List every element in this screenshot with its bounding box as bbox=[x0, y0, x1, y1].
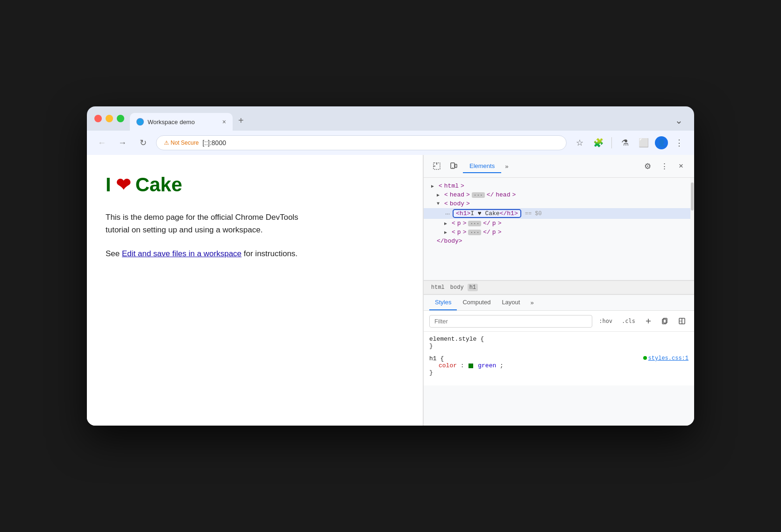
tab-title: Workspace demo bbox=[148, 119, 219, 126]
browser-window: 🌐 Workspace demo × + ⌄ ← → ↻ ⚠ Not Secur… bbox=[87, 106, 694, 426]
maximize-window-button[interactable] bbox=[117, 115, 124, 122]
page-paragraph-1: This is the demo page for the official C… bbox=[106, 211, 311, 236]
tree-body-node[interactable]: ▼ <body> bbox=[424, 199, 694, 208]
inspect-element-button[interactable] bbox=[429, 159, 444, 174]
tree-p2-node[interactable]: ▶ <p> ··· </p> bbox=[424, 228, 694, 237]
cls-button[interactable]: .cls bbox=[619, 316, 638, 326]
color-swatch[interactable] bbox=[469, 364, 473, 368]
main-area: I ❤ Cake This is the demo page for the o… bbox=[87, 155, 694, 426]
address-text: [::]:8000 bbox=[202, 139, 226, 147]
styles-css-link[interactable]: styles.css:1 bbox=[643, 355, 689, 362]
toggle-icon[interactable]: ▶ bbox=[444, 230, 450, 235]
ellipsis-button[interactable]: ··· bbox=[468, 230, 481, 235]
inspect-icon bbox=[433, 162, 441, 170]
ellipsis-button[interactable]: ··· bbox=[472, 192, 485, 198]
minimize-window-button[interactable] bbox=[106, 115, 113, 122]
close-window-button[interactable] bbox=[94, 115, 102, 122]
breadcrumb-h1[interactable]: h1 bbox=[468, 284, 478, 291]
devtools-tabs: Elements » bbox=[463, 160, 638, 173]
element-style-selector: element.style { bbox=[429, 336, 689, 343]
scrollbar-thumb[interactable] bbox=[691, 182, 694, 210]
tree-body-close-node[interactable]: </body> bbox=[424, 237, 694, 245]
tab-close-button[interactable]: × bbox=[222, 119, 226, 125]
device-toolbar-button[interactable] bbox=[446, 159, 461, 174]
element-style-close: } bbox=[429, 343, 689, 350]
heart-icon: ❤ bbox=[116, 175, 131, 195]
profile-icon-glyph: 👤 bbox=[658, 139, 666, 147]
styles-tab-more[interactable]: » bbox=[527, 295, 536, 310]
back-button[interactable]: ← bbox=[94, 135, 109, 150]
styles-filter-bar: :hov .cls bbox=[424, 311, 694, 332]
nav-divider bbox=[611, 137, 612, 148]
device-icon bbox=[449, 162, 458, 170]
toggle-icon[interactable]: ▶ bbox=[431, 183, 437, 189]
add-style-button[interactable] bbox=[642, 315, 655, 328]
styles-tab-styles[interactable]: Styles bbox=[429, 295, 457, 310]
svg-rect-4 bbox=[455, 164, 457, 168]
styles-tabs: Styles Computed Layout » bbox=[424, 295, 694, 311]
forward-button[interactable]: → bbox=[115, 135, 130, 150]
page-heading: I ❤ Cake bbox=[106, 174, 404, 196]
selected-indicator: == $0 bbox=[525, 210, 542, 217]
color-property: color : green ; bbox=[429, 362, 689, 369]
extension-button[interactable]: 🧩 bbox=[591, 135, 606, 150]
split-button[interactable]: ⬜ bbox=[636, 135, 651, 150]
toggle-icon[interactable]: ▶ bbox=[444, 221, 450, 226]
hov-button[interactable]: :hov bbox=[596, 316, 615, 326]
breadcrumb-body[interactable]: body bbox=[448, 284, 466, 291]
tree-dots-button[interactable]: ··· bbox=[444, 210, 451, 217]
devtools-toolbar-right: ⚙ ⋮ × bbox=[640, 159, 689, 174]
nav-bar: ← → ↻ ⚠ Not Secure [::]:8000 ☆ 🧩 ⚗ ⬜ 👤 ⋮ bbox=[87, 131, 694, 155]
tree-h1-node[interactable]: ··· <h1>I ♥ Cake</h1> == $0 bbox=[424, 208, 694, 219]
more-tabs-button[interactable]: » bbox=[501, 160, 512, 173]
paragraph-2-prefix: See bbox=[106, 249, 122, 258]
h1-rule-header: h1 { styles.css:1 bbox=[429, 355, 689, 362]
heading-text-i: I bbox=[106, 174, 111, 196]
tree-html-node[interactable]: ▶ <html> bbox=[424, 182, 694, 190]
tree-head-node[interactable]: ▶ <head> ··· </head> bbox=[424, 190, 694, 199]
toggle-icon[interactable]: ▶ bbox=[437, 192, 442, 198]
profile-button[interactable]: 👤 bbox=[655, 136, 668, 149]
styles-filter-input[interactable] bbox=[429, 315, 592, 328]
tree-p1-node[interactable]: ▶ <p> ··· </p> bbox=[424, 219, 694, 228]
devtools-more-button[interactable]: ⋮ bbox=[657, 159, 672, 174]
nav-icons: ☆ 🧩 ⚗ ⬜ 👤 ⋮ bbox=[572, 135, 687, 150]
workspace-link[interactable]: Edit and save files in a workspace bbox=[122, 249, 241, 258]
breadcrumb-bar: html body h1 bbox=[424, 280, 694, 294]
breadcrumb-html[interactable]: html bbox=[429, 284, 447, 291]
bookmark-button[interactable]: ☆ bbox=[572, 135, 587, 150]
tab-bar: 🌐 Workspace demo × + ⌄ bbox=[130, 113, 687, 131]
page-content: I ❤ Cake This is the demo page for the o… bbox=[87, 155, 423, 426]
elements-tree: ▶ <html> ▶ <head> ··· </head> ▼ <body> bbox=[424, 178, 694, 280]
lab-button[interactable]: ⚗ bbox=[618, 135, 632, 150]
toggle-icon[interactable]: ▼ bbox=[437, 201, 442, 206]
menu-button[interactable]: ⋮ bbox=[672, 135, 687, 150]
heading-text-cake: Cake bbox=[135, 174, 182, 196]
styles-tab-layout[interactable]: Layout bbox=[496, 295, 525, 310]
new-tab-button[interactable]: + bbox=[234, 113, 248, 131]
active-tab[interactable]: 🌐 Workspace demo × bbox=[130, 113, 233, 131]
copy-style-button[interactable] bbox=[659, 315, 672, 328]
page-paragraph-2: See Edit and save files in a workspace f… bbox=[106, 247, 311, 260]
elements-tab[interactable]: Elements bbox=[463, 160, 501, 173]
refresh-button[interactable]: ↻ bbox=[135, 135, 150, 150]
panel-layout-button[interactable] bbox=[675, 315, 689, 328]
scrollbar-track[interactable] bbox=[690, 178, 694, 280]
title-bar: 🌐 Workspace demo × + ⌄ bbox=[87, 106, 694, 131]
devtools-toolbar: Elements » ⚙ ⋮ × bbox=[424, 155, 694, 178]
copy-icon bbox=[661, 317, 669, 325]
devtools-settings-button[interactable]: ⚙ bbox=[640, 159, 655, 174]
svg-point-5 bbox=[452, 168, 453, 168]
ellipsis-button[interactable]: ··· bbox=[468, 221, 481, 226]
devtools-close-button[interactable]: × bbox=[674, 159, 689, 174]
tab-dropdown-button[interactable]: ⌄ bbox=[671, 113, 687, 131]
styles-panel: Styles Computed Layout » :hov .cls bbox=[424, 294, 694, 385]
tab-favicon-icon: 🌐 bbox=[136, 118, 144, 126]
security-warning: ⚠ Not Secure bbox=[164, 140, 199, 146]
address-bar[interactable]: ⚠ Not Secure [::]:8000 bbox=[156, 135, 567, 150]
element-style-rule: element.style { } bbox=[429, 336, 689, 350]
h1-rule: h1 { styles.css:1 color : green ; bbox=[429, 355, 689, 376]
styles-tab-computed[interactable]: Computed bbox=[457, 295, 496, 310]
devtools-panel: Elements » ⚙ ⋮ × ▶ <html> bbox=[423, 155, 694, 426]
styles-dot bbox=[643, 356, 647, 360]
